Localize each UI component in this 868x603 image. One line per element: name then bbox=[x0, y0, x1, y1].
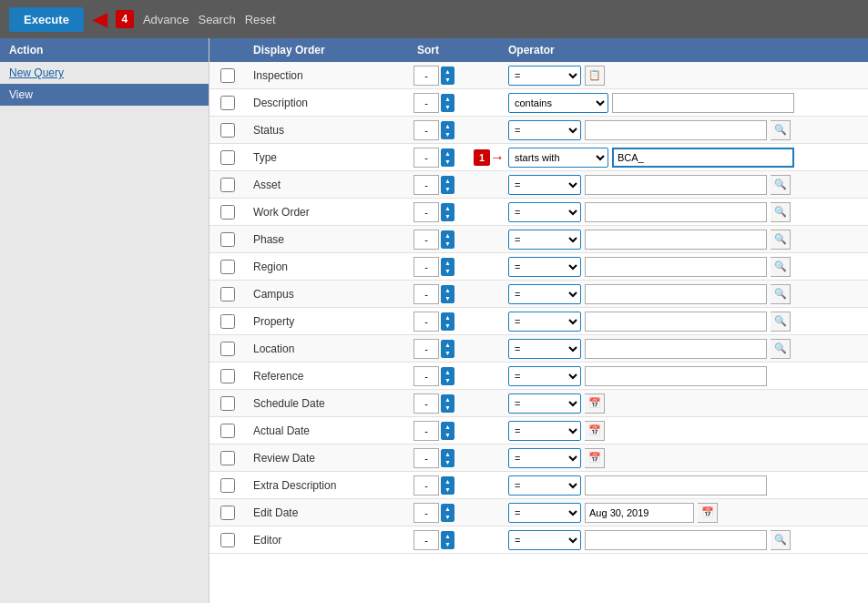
sort-input-extra-description[interactable] bbox=[414, 475, 439, 496]
spin-btn-status[interactable]: ▲▼ bbox=[441, 121, 454, 139]
sort-input-actual-date[interactable] bbox=[414, 421, 439, 441]
sort-input-edit-date[interactable] bbox=[414, 503, 439, 523]
search-icon-btn-campus[interactable]: 🔍 bbox=[771, 284, 791, 304]
row-checkbox[interactable] bbox=[209, 475, 246, 496]
value-input-campus[interactable] bbox=[585, 284, 767, 304]
sidebar-item-view[interactable]: View bbox=[0, 84, 209, 106]
checkbox-actual-date[interactable] bbox=[220, 424, 235, 438]
spin-btn-reference[interactable]: ▲▼ bbox=[441, 367, 454, 385]
operator-select-campus[interactable]: = bbox=[508, 284, 581, 304]
operator-select-location[interactable]: = bbox=[508, 339, 581, 359]
spin-btn-campus[interactable]: ▲▼ bbox=[441, 285, 454, 303]
spin-btn-asset[interactable]: ▲▼ bbox=[441, 176, 454, 194]
search-icon-btn-region[interactable]: 🔍 bbox=[771, 257, 791, 277]
value-input-phase[interactable] bbox=[585, 230, 767, 250]
operator-select-actual-date[interactable]: = bbox=[508, 421, 581, 441]
search-icon-btn-status[interactable]: 🔍 bbox=[771, 120, 791, 140]
checkbox-campus[interactable] bbox=[220, 287, 235, 302]
checkbox-type[interactable] bbox=[220, 150, 235, 165]
reset-link[interactable]: Reset bbox=[245, 13, 276, 26]
calendar-icon-btn-edit-date[interactable]: 📅 bbox=[698, 503, 718, 523]
spin-btn-type[interactable]: ▲▼ bbox=[441, 148, 454, 167]
row-checkbox[interactable] bbox=[209, 229, 246, 250]
operator-select-phase[interactable]: = bbox=[508, 230, 581, 250]
value-input-region[interactable] bbox=[585, 257, 767, 277]
value-input-property[interactable] bbox=[585, 312, 767, 332]
checkbox-phase[interactable] bbox=[220, 232, 235, 247]
operator-select-asset[interactable]: = bbox=[508, 175, 581, 195]
spin-btn-extra-description[interactable]: ▲▼ bbox=[441, 476, 454, 495]
row-checkbox[interactable] bbox=[209, 338, 246, 360]
checkbox-review-date[interactable] bbox=[220, 451, 235, 465]
value-input-status[interactable] bbox=[585, 120, 767, 140]
checkbox-description[interactable] bbox=[220, 96, 235, 110]
checkbox-inspection[interactable] bbox=[220, 68, 235, 83]
checkbox-work-order[interactable] bbox=[220, 205, 235, 220]
sort-input-review-date[interactable] bbox=[414, 448, 439, 468]
operator-select-review-date[interactable]: = bbox=[508, 448, 581, 468]
spin-btn-editor[interactable]: ▲▼ bbox=[441, 531, 454, 549]
value-input-work-order[interactable] bbox=[585, 202, 767, 222]
sort-input-schedule-date[interactable] bbox=[414, 393, 439, 414]
value-input-editor[interactable] bbox=[585, 530, 767, 550]
operator-select-reference[interactable]: = bbox=[508, 366, 581, 386]
row-checkbox[interactable] bbox=[209, 92, 246, 114]
operator-select-description[interactable]: contains=starts with bbox=[508, 93, 608, 113]
spin-btn-review-date[interactable]: ▲▼ bbox=[441, 449, 454, 467]
row-checkbox[interactable] bbox=[209, 502, 246, 524]
sort-input-property[interactable] bbox=[414, 312, 439, 332]
checkbox-editor[interactable] bbox=[220, 533, 235, 547]
operator-select-schedule-date[interactable]: = bbox=[508, 393, 581, 414]
search-link[interactable]: Search bbox=[198, 13, 235, 26]
row-checkbox[interactable] bbox=[209, 420, 246, 442]
value-input-asset[interactable] bbox=[585, 175, 767, 195]
sidebar-item-new-query[interactable]: New Query bbox=[0, 62, 209, 84]
value-input-extra-description[interactable] bbox=[585, 475, 767, 496]
operator-select-property[interactable]: = bbox=[508, 312, 581, 332]
sort-input-description[interactable] bbox=[414, 93, 439, 113]
value-input-description[interactable] bbox=[612, 93, 794, 113]
row-checkbox[interactable] bbox=[209, 119, 246, 141]
sort-input-reference[interactable] bbox=[414, 366, 439, 386]
sort-input-region[interactable] bbox=[414, 257, 439, 277]
value-input-reference[interactable] bbox=[585, 366, 767, 386]
spin-btn-location[interactable]: ▲▼ bbox=[441, 340, 454, 358]
sort-input-editor[interactable] bbox=[414, 530, 439, 550]
sort-input-phase[interactable] bbox=[414, 230, 439, 250]
spin-btn-inspection[interactable]: ▲▼ bbox=[441, 66, 454, 85]
row-checkbox[interactable] bbox=[209, 365, 246, 387]
operator-select-inspection[interactable]: = bbox=[508, 66, 581, 86]
sort-input-inspection[interactable] bbox=[414, 66, 439, 86]
spin-btn-phase[interactable]: ▲▼ bbox=[441, 230, 454, 249]
spin-btn-actual-date[interactable]: ▲▼ bbox=[441, 422, 454, 440]
calendar-icon-btn-schedule-date[interactable]: 📅 bbox=[585, 393, 605, 414]
spin-btn-schedule-date[interactable]: ▲▼ bbox=[441, 394, 454, 413]
spin-btn-description[interactable]: ▲▼ bbox=[441, 94, 454, 112]
sort-input-type[interactable] bbox=[414, 148, 439, 168]
checkbox-schedule-date[interactable] bbox=[220, 396, 235, 411]
memo-icon-btn-inspection[interactable]: 📋 bbox=[585, 66, 605, 86]
calendar-icon-btn-actual-date[interactable]: 📅 bbox=[585, 421, 605, 441]
row-checkbox[interactable] bbox=[209, 256, 246, 278]
sort-input-status[interactable] bbox=[414, 120, 439, 140]
row-checkbox[interactable] bbox=[209, 174, 246, 196]
sort-input-work-order[interactable] bbox=[414, 202, 439, 222]
checkbox-status[interactable] bbox=[220, 123, 235, 138]
row-checkbox[interactable] bbox=[209, 283, 246, 305]
operator-select-work-order[interactable]: = bbox=[508, 202, 581, 222]
sort-input-location[interactable] bbox=[414, 339, 439, 359]
checkbox-asset[interactable] bbox=[220, 178, 235, 192]
row-checkbox[interactable] bbox=[209, 447, 246, 469]
checkbox-edit-date[interactable] bbox=[220, 506, 235, 520]
operator-select-edit-date[interactable]: = bbox=[508, 503, 581, 523]
operator-select-editor[interactable]: = bbox=[508, 530, 581, 550]
checkbox-reference[interactable] bbox=[220, 369, 235, 383]
spin-btn-edit-date[interactable]: ▲▼ bbox=[441, 504, 454, 522]
search-icon-btn-asset[interactable]: 🔍 bbox=[771, 175, 791, 195]
search-icon-btn-location[interactable]: 🔍 bbox=[771, 339, 791, 359]
checkbox-extra-description[interactable] bbox=[220, 478, 235, 493]
spin-btn-work-order[interactable]: ▲▼ bbox=[441, 203, 454, 221]
sort-input-campus[interactable] bbox=[414, 284, 439, 304]
search-icon-btn-editor[interactable]: 🔍 bbox=[771, 530, 791, 550]
operator-select-status[interactable]: = bbox=[508, 120, 581, 140]
